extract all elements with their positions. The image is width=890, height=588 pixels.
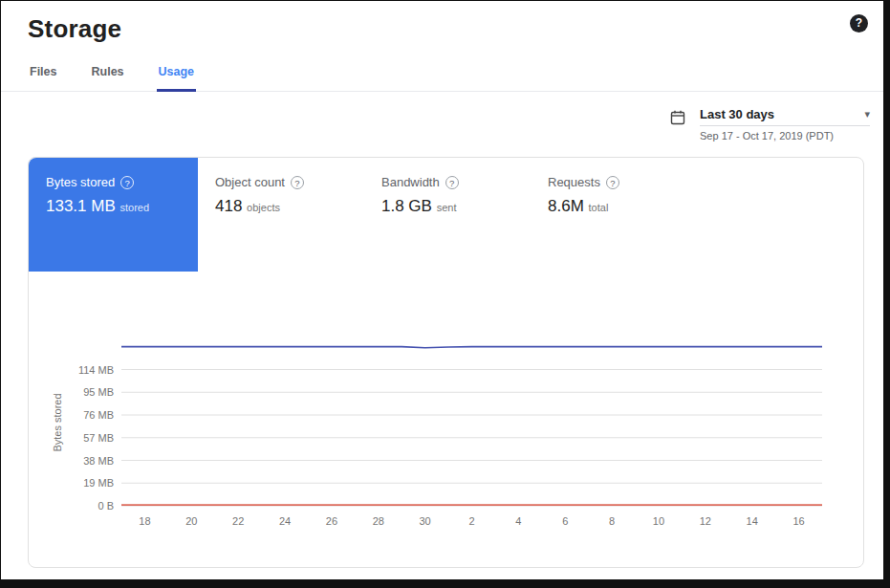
svg-text:8: 8 [609,515,615,527]
svg-text:0 B: 0 B [98,500,114,512]
metric-value: 133.1 MB stored [46,197,186,216]
tab-rules[interactable]: Rules [90,59,126,91]
svg-text:10: 10 [653,515,664,527]
svg-text:57 MB: 57 MB [83,432,114,444]
metric-tile-requests[interactable]: Requests ? 8.6M total [548,158,714,216]
help-icon[interactable]: ? [120,176,134,189]
metric-tile-bandwidth[interactable]: Bandwidth ? 1.8 GB sent [381,158,548,216]
tab-files[interactable]: Files [28,59,59,91]
usage-card: Bytes stored ? 133.1 MB stored Object co… [28,157,864,568]
metric-value-unit: total [589,202,609,213]
metric-value-unit: sent [437,202,457,213]
metric-title: Bytes stored ? [46,175,186,189]
tab-bar: Files Rules Usage [1,59,883,92]
svg-text:38 MB: 38 MB [83,455,114,467]
bytes-stored-line-chart: 114 MB95 MB76 MB57 MB38 MB19 MB0 B182022… [29,317,863,542]
metric-title-text: Bytes stored [46,175,115,189]
usage-chart-container: 114 MB95 MB76 MB57 MB38 MB19 MB0 B182022… [29,317,863,542]
help-icon[interactable]: ? [445,176,459,189]
date-range-dropdown[interactable]: Last 30 days ▾ [700,107,870,126]
svg-text:30: 30 [420,515,431,527]
help-icon[interactable]: ? [850,14,868,33]
svg-text:16: 16 [792,515,804,527]
svg-text:28: 28 [373,515,384,527]
metric-title-text: Requests [548,175,600,189]
page-header: Storage ? [1,1,883,54]
svg-text:Bytes stored: Bytes stored [52,393,63,451]
tab-usage[interactable]: Usage [157,59,197,92]
metric-title-text: Bandwidth [381,175,440,189]
svg-text:20: 20 [185,515,197,527]
metric-title: Object count ? [215,175,372,189]
metric-value-unit: objects [247,202,280,213]
metric-title: Bandwidth ? [381,175,538,189]
svg-text:18: 18 [139,515,150,527]
metric-value-number: 1.8 GB [381,197,432,215]
metric-value: 8.6M total [548,197,705,216]
metric-value-number: 418 [215,197,242,215]
page-title: Storage [28,14,857,44]
storage-page: Storage ? Files Rules Usage Last 30 days… [1,1,883,579]
metric-value: 418 objects [215,197,372,216]
svg-text:19 MB: 19 MB [83,477,114,489]
date-range-selector[interactable]: Last 30 days ▾ Sep 17 - Oct 17, 2019 (PD… [700,107,870,142]
svg-text:4: 4 [515,515,521,527]
svg-text:95 MB: 95 MB [83,386,114,398]
svg-text:12: 12 [700,515,711,527]
svg-text:114 MB: 114 MB [78,364,114,376]
svg-text:2: 2 [468,515,474,527]
svg-text:76 MB: 76 MB [83,409,114,421]
help-icon[interactable]: ? [291,176,304,189]
metric-title: Requests ? [548,175,705,189]
svg-text:6: 6 [562,515,568,527]
metric-tile-bytes-stored[interactable]: Bytes stored ? 133.1 MB stored [29,158,198,272]
date-range-detail: Sep 17 - Oct 17, 2019 (PDT) [700,130,870,142]
calendar-icon [669,109,686,130]
help-icon[interactable]: ? [606,176,619,189]
date-range-label: Last 30 days [700,107,774,121]
metric-value-number: 133.1 MB [46,197,116,215]
date-range-row: Last 30 days ▾ Sep 17 - Oct 17, 2019 (PD… [1,92,883,145]
svg-text:26: 26 [326,515,337,527]
svg-text:22: 22 [232,515,244,527]
chevron-down-icon: ▾ [864,108,870,120]
metric-value-unit: stored [120,202,150,213]
metric-value-number: 8.6M [548,197,584,215]
metric-tile-object-count[interactable]: Object count ? 418 objects [215,158,381,216]
svg-text:24: 24 [279,515,291,527]
metric-tiles-row: Bytes stored ? 133.1 MB stored Object co… [29,158,863,272]
metric-title-text: Object count [215,175,285,189]
svg-text:14: 14 [747,515,758,527]
metric-value: 1.8 GB sent [381,197,538,216]
